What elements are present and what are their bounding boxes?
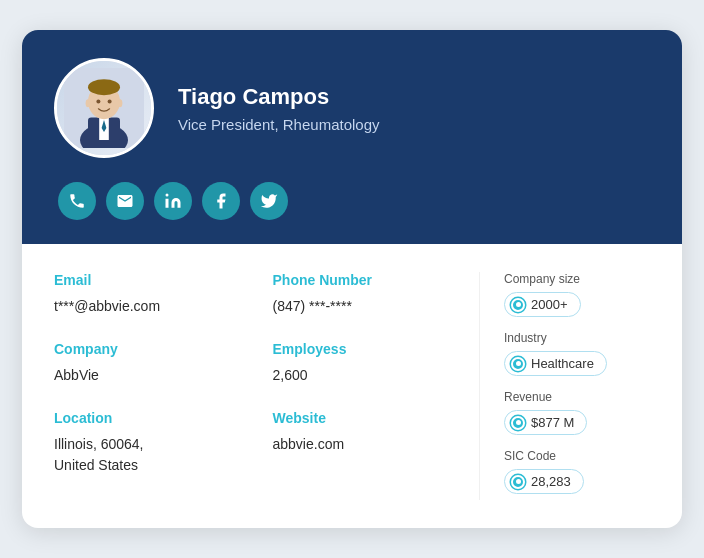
company-size-label: Company size (504, 272, 650, 286)
linkedin-social-button[interactable] (154, 182, 192, 220)
industry-label: Industry (504, 331, 650, 345)
employees-label: Employess (273, 341, 452, 357)
svg-point-9 (86, 99, 91, 107)
twitter-social-button[interactable] (250, 182, 288, 220)
location-label: Location (54, 410, 253, 426)
svg-point-11 (166, 194, 169, 197)
linkedin-icon (164, 192, 182, 210)
contact-name: Tiago Campos (178, 84, 380, 110)
contact-title: Vice President, Rheumatology (178, 116, 380, 133)
badge-dot-company-size (511, 298, 525, 312)
email-label: Email (54, 272, 253, 288)
name-area: Tiago Campos Vice President, Rheumatolog… (178, 84, 380, 133)
badge-dot-industry (511, 357, 525, 371)
revenue-badge: $877 M (504, 410, 587, 435)
svg-point-10 (118, 99, 123, 107)
company-label: Company (54, 341, 253, 357)
industry-block: Industry Healthcare (504, 331, 650, 376)
svg-point-8 (108, 100, 112, 104)
facebook-social-button[interactable] (202, 182, 240, 220)
website-value: abbvie.com (273, 434, 452, 455)
sic-label: SIC Code (504, 449, 650, 463)
employees-value: 2,600 (273, 365, 452, 386)
email-social-button[interactable] (106, 182, 144, 220)
info-main: Email t***@abbvie.com Phone Number (847)… (54, 272, 480, 500)
industry-badge: Healthcare (504, 351, 607, 376)
header-top: Tiago Campos Vice President, Rheumatolog… (54, 58, 380, 158)
location-value: Illinois, 60064,United States (54, 434, 253, 476)
info-sidebar: Company size 2000+ Industry Healthcare R… (480, 272, 650, 500)
avatar-image (64, 68, 144, 148)
card-header: Tiago Campos Vice President, Rheumatolog… (22, 30, 682, 244)
sic-block: SIC Code 28,283 (504, 449, 650, 494)
email-value: t***@abbvie.com (54, 296, 253, 317)
email-block: Email t***@abbvie.com (54, 272, 253, 341)
card-body: Email t***@abbvie.com Phone Number (847)… (22, 244, 682, 528)
avatar (54, 58, 154, 158)
svg-point-6 (88, 79, 120, 95)
revenue-block: Revenue $877 M (504, 390, 650, 435)
website-label: Website (273, 410, 452, 426)
badge-dot-revenue (511, 416, 525, 430)
badge-dot-sic (511, 475, 525, 489)
website-block: Website abbvie.com (253, 410, 452, 500)
svg-point-7 (96, 100, 100, 104)
contact-card: Tiago Campos Vice President, Rheumatolog… (22, 30, 682, 528)
company-size-value: 2000+ (531, 297, 568, 312)
company-value: AbbVie (54, 365, 253, 386)
company-size-badge: 2000+ (504, 292, 581, 317)
phone-label: Phone Number (273, 272, 452, 288)
sic-badge: 28,283 (504, 469, 584, 494)
company-size-block: Company size 2000+ (504, 272, 650, 317)
phone-icon (68, 192, 86, 210)
company-block: Company AbbVie (54, 341, 253, 410)
phone-block: Phone Number (847) ***-**** (253, 272, 452, 341)
email-icon (116, 192, 134, 210)
revenue-value: $877 M (531, 415, 574, 430)
location-block: Location Illinois, 60064,United States (54, 410, 253, 500)
revenue-label: Revenue (504, 390, 650, 404)
sic-value: 28,283 (531, 474, 571, 489)
twitter-icon (260, 192, 278, 210)
employees-block: Employess 2,600 (253, 341, 452, 410)
phone-value: (847) ***-**** (273, 296, 452, 317)
phone-social-button[interactable] (58, 182, 96, 220)
industry-value: Healthcare (531, 356, 594, 371)
social-icons-row (54, 182, 288, 220)
facebook-icon (212, 192, 230, 210)
